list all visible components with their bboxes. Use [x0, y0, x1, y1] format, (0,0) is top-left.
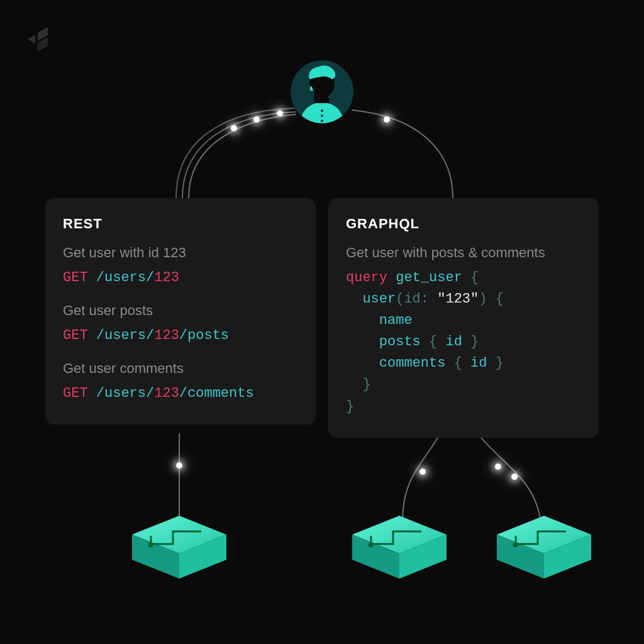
flow-dot-icon — [231, 125, 237, 131]
graphql-code: query get_user { user(id: "123") { name … — [346, 267, 581, 418]
rest-block: Get user comments GET /users/123/comment… — [63, 360, 298, 404]
rest-code: GET /users/123 — [63, 267, 298, 289]
flow-dot-icon — [176, 462, 182, 469]
user-avatar-icon — [291, 60, 353, 123]
graphql-title: GRAPHQL — [346, 216, 581, 232]
brand-logo-icon — [26, 25, 57, 58]
graphql-desc: Get user with posts & comments — [346, 245, 581, 261]
rest-code: GET /users/123/comments — [63, 383, 298, 404]
diagram-root: REST Get user with id 123 GET /users/123… — [0, 0, 644, 644]
server-box-icon — [352, 516, 447, 585]
server-box-icon — [132, 516, 226, 585]
rest-block: Get user posts GET /users/123/posts — [63, 303, 298, 347]
server-box-icon — [497, 516, 591, 585]
rest-code: GET /users/123/posts — [63, 325, 298, 347]
flow-dot-icon — [511, 474, 518, 480]
flow-dot-icon — [419, 469, 426, 475]
rest-block: Get user with id 123 GET /users/123 — [63, 245, 298, 289]
flow-dot-icon — [277, 110, 283, 116]
svg-rect-9 — [148, 543, 153, 547]
svg-marker-0 — [28, 35, 35, 43]
svg-point-3 — [321, 109, 323, 112]
flow-dot-icon — [253, 116, 260, 123]
svg-point-4 — [321, 114, 323, 117]
rest-title: REST — [63, 216, 298, 232]
svg-point-5 — [321, 119, 323, 122]
rest-desc: Get user posts — [63, 303, 298, 319]
rest-card: REST Get user with id 123 GET /users/123… — [45, 198, 316, 425]
rest-desc: Get user comments — [63, 360, 298, 377]
flow-dot-icon — [495, 464, 501, 470]
flow-dot-icon — [384, 116, 390, 123]
rest-desc: Get user with id 123 — [63, 245, 298, 261]
svg-rect-13 — [369, 543, 373, 547]
svg-rect-17 — [513, 543, 518, 547]
graphql-card: GRAPHQL Get user with posts & comments q… — [328, 198, 599, 438]
